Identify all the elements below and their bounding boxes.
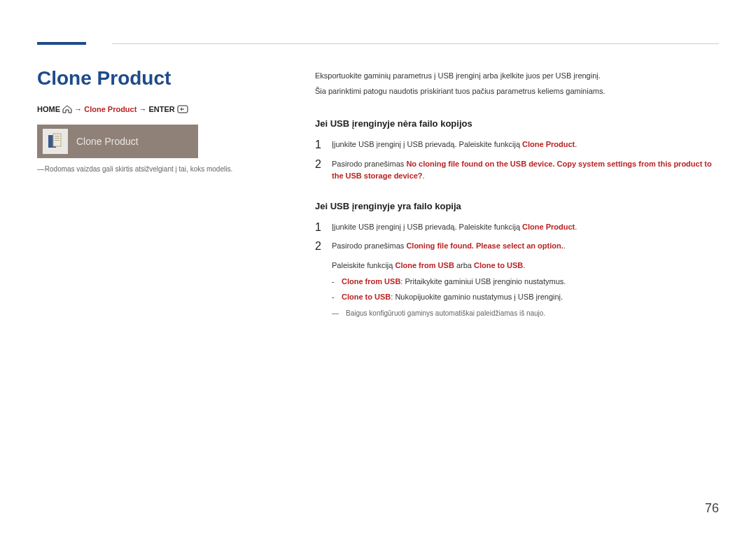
step-number: 2: [315, 240, 332, 253]
text: Įjunkite USB įrenginį į USB prievadą. Pa…: [332, 140, 522, 148]
breadcrumb-arrow-1: →: [74, 105, 82, 113]
intro-paragraph-1: Eksportuokite gaminių parametrus į USB į…: [315, 70, 719, 83]
sec1-step-2: 2 Pasirodo pranešimas No cloning file fo…: [315, 158, 719, 183]
horizontal-rule: [112, 43, 719, 44]
text: Pasirodo pranešimas: [332, 160, 406, 168]
left-footnote: Rodomas vaizdas gali skirtis atsižvelgia…: [37, 165, 268, 173]
breadcrumb-arrow-2: →: [139, 105, 146, 113]
step-number: 2: [315, 158, 332, 183]
text: .: [575, 223, 577, 231]
step-body: Pasirodo pranešimas Cloning file found. …: [332, 240, 719, 253]
intro-paragraph-2: Šia parinktimi patogu naudotis priskiria…: [315, 85, 719, 98]
step-body: Pasirodo pranešimas No cloning file foun…: [332, 158, 719, 183]
clone-product-icon: [43, 129, 68, 154]
breadcrumb-enter: ENTER: [148, 105, 174, 113]
enter-icon: [177, 105, 188, 115]
highlight-clone-from-usb: Clone from USB: [396, 261, 454, 269]
text: .: [575, 140, 577, 148]
panel-label: Clone Product: [76, 136, 139, 147]
highlight-clone-to-usb: Clone to USB: [342, 293, 391, 301]
breadcrumb: HOME → Clone Product → ENTER: [37, 105, 268, 115]
left-column: Clone Product HOME → Clone Product → ENT…: [37, 67, 268, 173]
page-number: 76: [705, 501, 719, 516]
text: .: [523, 261, 525, 269]
step-number: 1: [315, 139, 332, 151]
text: Paleiskite funkciją: [332, 261, 396, 269]
text: : Pritaikykite gaminiui USB įrenginio nu…: [400, 277, 566, 286]
step-body: Įjunkite USB įrenginį į USB prievadą. Pa…: [332, 221, 719, 234]
text: Įjunkite USB įrenginį į USB prievadą. Pa…: [332, 223, 522, 231]
sec1-step-1: 1 Įjunkite USB įrenginį į USB prievadą. …: [315, 139, 719, 151]
step-body: Įjunkite USB įrenginį į USB prievadą. Pa…: [332, 139, 719, 151]
text: .: [423, 171, 425, 180]
text: Pasirodo pranešimas: [332, 241, 406, 250]
page-title: Clone Product: [37, 67, 268, 90]
clone-product-panel: Clone Product: [37, 125, 198, 158]
section-2-heading: Jei USB įrenginyje yra failo kopija: [315, 199, 719, 214]
highlight-clone-product: Clone Product: [522, 223, 575, 231]
right-column: Eksportuokite gaminių parametrus į USB į…: [315, 70, 719, 319]
home-icon: [62, 105, 72, 115]
section-1-heading: Jei USB įrenginyje nėra failo kopijos: [315, 117, 719, 132]
sec2-step-2: 2 Pasirodo pranešimas Cloning file found…: [315, 240, 719, 253]
text: .: [564, 241, 566, 250]
svg-rect-4: [55, 138, 59, 139]
breadcrumb-mid: Clone Product: [84, 105, 136, 113]
sec2-step-1: 1 Įjunkite USB įrenginį į USB prievadą. …: [315, 221, 719, 234]
step-number: 1: [315, 221, 332, 234]
accent-bar: [37, 42, 86, 45]
breadcrumb-home: HOME: [37, 105, 60, 113]
dash-item-2: Clone to USB: Nukopijuokite gaminio nust…: [332, 291, 719, 304]
text: : Nukopijuokite gaminio nustatymus į USB…: [391, 293, 563, 301]
highlight-message: Cloning file found. Please select an opt…: [406, 241, 563, 250]
highlight-clone-from-usb: Clone from USB: [342, 277, 400, 286]
sub-instruction: Paleiskite funkciją Clone from USB arba …: [332, 260, 719, 272]
highlight-clone-to-usb: Clone to USB: [474, 261, 523, 269]
svg-rect-5: [55, 140, 59, 141]
auto-restart-note: Baigus konfigūruoti gaminys automatiškai…: [332, 308, 719, 319]
text: arba: [454, 261, 474, 269]
svg-rect-3: [55, 136, 59, 136]
highlight-clone-product: Clone Product: [522, 140, 575, 148]
dash-item-1: Clone from USB: Pritaikykite gaminiui US…: [332, 276, 719, 288]
